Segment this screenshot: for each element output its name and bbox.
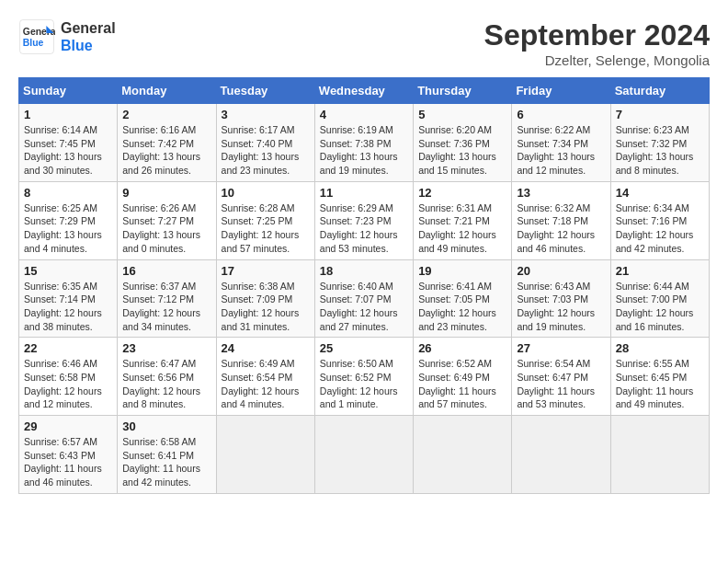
table-row (610, 416, 709, 494)
table-row: 27Sunrise: 6:54 AMSunset: 6:47 PMDayligh… (512, 338, 610, 416)
day-info: Sunrise: 6:47 AMSunset: 6:56 PMDaylight:… (122, 357, 210, 411)
day-number: 29 (24, 419, 112, 433)
table-row: 7Sunrise: 6:23 AMSunset: 7:32 PMDaylight… (610, 104, 709, 182)
col-thursday: Thursday (414, 78, 512, 104)
day-number: 14 (616, 186, 704, 200)
day-number: 23 (122, 341, 210, 355)
table-row: 18Sunrise: 6:40 AMSunset: 7:07 PMDayligh… (314, 259, 413, 338)
logo-icon: General Blue (18, 18, 55, 55)
day-number: 20 (517, 264, 605, 278)
day-number: 11 (320, 186, 408, 200)
day-number: 30 (122, 419, 210, 433)
day-number: 10 (222, 186, 310, 200)
day-info: Sunrise: 6:25 AMSunset: 7:29 PMDaylight:… (24, 201, 112, 256)
col-tuesday: Tuesday (216, 78, 314, 104)
table-row: 21Sunrise: 6:44 AMSunset: 7:00 PMDayligh… (610, 259, 709, 338)
day-info: Sunrise: 6:26 AMSunset: 7:27 PMDaylight:… (122, 201, 210, 256)
day-info: Sunrise: 6:29 AMSunset: 7:23 PMDaylight:… (320, 201, 408, 256)
table-row: 13Sunrise: 6:32 AMSunset: 7:18 PMDayligh… (512, 181, 610, 259)
day-number: 2 (122, 108, 210, 121)
day-info: Sunrise: 6:46 AMSunset: 6:58 PMDaylight:… (24, 357, 112, 411)
day-number: 21 (616, 264, 704, 278)
day-info: Sunrise: 6:54 AMSunset: 6:47 PMDaylight:… (517, 357, 605, 411)
table-row: 29Sunrise: 6:57 AMSunset: 6:43 PMDayligh… (19, 416, 118, 494)
table-row (216, 416, 314, 494)
day-info: Sunrise: 6:14 AMSunset: 7:45 PMDaylight:… (24, 123, 112, 178)
table-row: 16Sunrise: 6:37 AMSunset: 7:12 PMDayligh… (118, 259, 216, 338)
table-row: 22Sunrise: 6:46 AMSunset: 6:58 PMDayligh… (19, 338, 118, 416)
day-number: 26 (418, 341, 506, 355)
day-info: Sunrise: 6:43 AMSunset: 7:03 PMDaylight:… (517, 280, 605, 334)
day-info: Sunrise: 6:44 AMSunset: 7:00 PMDaylight:… (616, 280, 704, 334)
day-number: 28 (616, 341, 704, 355)
table-row: 28Sunrise: 6:55 AMSunset: 6:45 PMDayligh… (610, 338, 709, 416)
table-row: 1Sunrise: 6:14 AMSunset: 7:45 PMDaylight… (19, 104, 118, 182)
table-row: 9Sunrise: 6:26 AMSunset: 7:27 PMDaylight… (118, 181, 216, 259)
table-row: 23Sunrise: 6:47 AMSunset: 6:56 PMDayligh… (118, 338, 216, 416)
day-info: Sunrise: 6:22 AMSunset: 7:34 PMDaylight:… (517, 123, 605, 178)
table-row (314, 416, 413, 494)
day-number: 9 (122, 186, 210, 200)
day-number: 27 (517, 341, 605, 355)
table-row: 6Sunrise: 6:22 AMSunset: 7:34 PMDaylight… (512, 104, 610, 182)
calendar-week-row: 29Sunrise: 6:57 AMSunset: 6:43 PMDayligh… (19, 416, 710, 494)
col-friday: Friday (512, 78, 610, 104)
day-number: 5 (418, 108, 506, 121)
day-number: 15 (24, 264, 112, 278)
day-number: 1 (24, 108, 112, 121)
day-info: Sunrise: 6:20 AMSunset: 7:36 PMDaylight:… (418, 123, 506, 178)
day-number: 7 (616, 108, 704, 121)
svg-text:Blue: Blue (23, 38, 44, 48)
day-number: 17 (222, 264, 310, 278)
day-number: 12 (418, 186, 506, 200)
day-info: Sunrise: 6:19 AMSunset: 7:38 PMDaylight:… (320, 123, 408, 178)
calendar-table: Sunday Monday Tuesday Wednesday Thursday… (18, 77, 710, 494)
day-info: Sunrise: 6:28 AMSunset: 7:25 PMDaylight:… (222, 201, 310, 256)
table-row: 15Sunrise: 6:35 AMSunset: 7:14 PMDayligh… (19, 259, 118, 338)
table-row: 17Sunrise: 6:38 AMSunset: 7:09 PMDayligh… (216, 259, 314, 338)
calendar-week-row: 8Sunrise: 6:25 AMSunset: 7:29 PMDaylight… (19, 181, 710, 259)
day-info: Sunrise: 6:52 AMSunset: 6:49 PMDaylight:… (418, 357, 506, 411)
calendar-title: September 2024 (484, 18, 710, 52)
logo-general: General (61, 19, 116, 37)
day-info: Sunrise: 6:37 AMSunset: 7:12 PMDaylight:… (122, 280, 210, 334)
table-row: 3Sunrise: 6:17 AMSunset: 7:40 PMDaylight… (216, 104, 314, 182)
day-info: Sunrise: 6:58 AMSunset: 6:41 PMDaylight:… (122, 435, 210, 489)
table-row: 25Sunrise: 6:50 AMSunset: 6:52 PMDayligh… (314, 338, 413, 416)
table-row: 20Sunrise: 6:43 AMSunset: 7:03 PMDayligh… (512, 259, 610, 338)
col-monday: Monday (118, 78, 216, 104)
table-row: 24Sunrise: 6:49 AMSunset: 6:54 PMDayligh… (216, 338, 314, 416)
day-number: 18 (320, 264, 408, 278)
day-info: Sunrise: 6:40 AMSunset: 7:07 PMDaylight:… (320, 280, 408, 334)
day-number: 4 (320, 108, 408, 121)
day-info: Sunrise: 6:57 AMSunset: 6:43 PMDaylight:… (24, 435, 112, 489)
day-info: Sunrise: 6:23 AMSunset: 7:32 PMDaylight:… (616, 123, 704, 178)
table-row: 5Sunrise: 6:20 AMSunset: 7:36 PMDaylight… (414, 104, 512, 182)
col-saturday: Saturday (610, 78, 709, 104)
day-info: Sunrise: 6:32 AMSunset: 7:18 PMDaylight:… (517, 201, 605, 256)
table-row: 11Sunrise: 6:29 AMSunset: 7:23 PMDayligh… (314, 181, 413, 259)
logo: General Blue General Blue (18, 18, 116, 55)
day-info: Sunrise: 6:34 AMSunset: 7:16 PMDaylight:… (616, 201, 704, 256)
table-row: 4Sunrise: 6:19 AMSunset: 7:38 PMDaylight… (314, 104, 413, 182)
table-row (512, 416, 610, 494)
day-number: 16 (122, 264, 210, 278)
day-info: Sunrise: 6:16 AMSunset: 7:42 PMDaylight:… (122, 123, 210, 178)
day-number: 19 (418, 264, 506, 278)
day-number: 6 (517, 108, 605, 121)
table-row: 10Sunrise: 6:28 AMSunset: 7:25 PMDayligh… (216, 181, 314, 259)
table-row: 8Sunrise: 6:25 AMSunset: 7:29 PMDaylight… (19, 181, 118, 259)
col-wednesday: Wednesday (314, 78, 413, 104)
table-row: 14Sunrise: 6:34 AMSunset: 7:16 PMDayligh… (610, 181, 709, 259)
day-info: Sunrise: 6:35 AMSunset: 7:14 PMDaylight:… (24, 280, 112, 334)
header: General Blue General Blue September 2024… (18, 18, 710, 68)
day-info: Sunrise: 6:41 AMSunset: 7:05 PMDaylight:… (418, 280, 506, 334)
calendar-week-row: 1Sunrise: 6:14 AMSunset: 7:45 PMDaylight… (19, 104, 710, 182)
table-row: 12Sunrise: 6:31 AMSunset: 7:21 PMDayligh… (414, 181, 512, 259)
day-number: 3 (222, 108, 310, 121)
day-number: 22 (24, 341, 112, 355)
day-info: Sunrise: 6:49 AMSunset: 6:54 PMDaylight:… (222, 357, 310, 411)
day-number: 24 (222, 341, 310, 355)
day-number: 8 (24, 186, 112, 200)
calendar-week-row: 22Sunrise: 6:46 AMSunset: 6:58 PMDayligh… (19, 338, 710, 416)
